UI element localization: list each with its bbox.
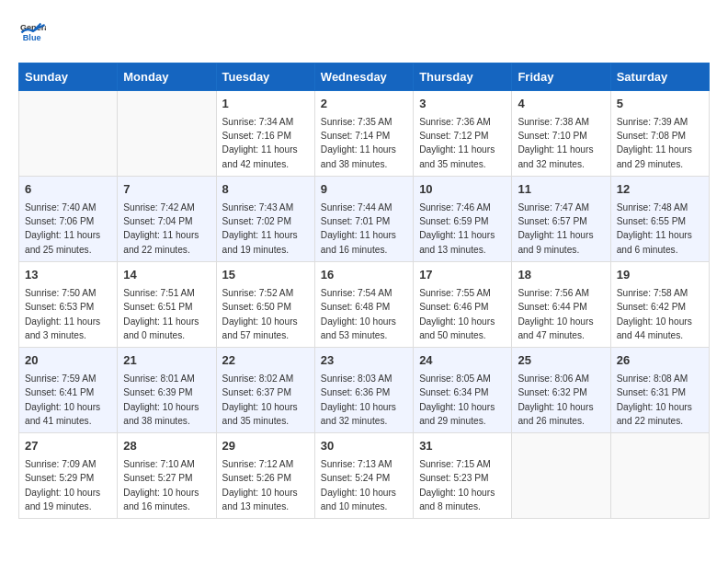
day-info: Sunrise: 7:40 AMSunset: 7:06 PMDaylight:… [25, 201, 111, 257]
calendar-day-cell [610, 433, 709, 519]
calendar-day-cell: 15Sunrise: 7:52 AMSunset: 6:50 PMDayligh… [216, 262, 314, 348]
day-number: 3 [419, 96, 506, 113]
day-of-week-header: Friday [512, 63, 610, 91]
day-number: 11 [518, 181, 604, 199]
day-number: 4 [518, 96, 604, 113]
day-number: 17 [419, 267, 506, 284]
svg-text:Blue: Blue [23, 33, 41, 42]
day-info: Sunrise: 7:56 AMSunset: 6:44 PMDaylight:… [518, 286, 604, 342]
calendar-day-cell: 1Sunrise: 7:34 AMSunset: 7:16 PMDaylight… [216, 91, 314, 177]
calendar-day-cell [19, 91, 118, 177]
day-of-week-header: Tuesday [216, 63, 314, 91]
logo: General Blue [18, 18, 46, 48]
day-info: Sunrise: 7:48 AMSunset: 6:55 PMDaylight:… [617, 201, 703, 257]
page-header: General Blue [18, 18, 710, 48]
day-number: 2 [321, 96, 407, 113]
day-number: 19 [617, 267, 703, 284]
day-info: Sunrise: 7:58 AMSunset: 6:42 PMDaylight:… [617, 286, 703, 342]
day-number: 23 [321, 352, 407, 370]
calendar-day-cell: 2Sunrise: 7:35 AMSunset: 7:14 PMDaylight… [314, 91, 413, 177]
calendar-day-cell: 8Sunrise: 7:43 AMSunset: 7:02 PMDaylight… [216, 177, 314, 262]
day-number: 22 [222, 352, 309, 370]
day-number: 7 [123, 181, 210, 199]
day-number: 30 [321, 438, 407, 455]
calendar-day-cell: 6Sunrise: 7:40 AMSunset: 7:06 PMDaylight… [19, 177, 118, 262]
calendar-day-cell: 21Sunrise: 8:01 AMSunset: 6:39 PMDayligh… [118, 348, 216, 433]
calendar-day-cell: 10Sunrise: 7:46 AMSunset: 6:59 PMDayligh… [414, 177, 512, 262]
day-info: Sunrise: 7:50 AMSunset: 6:53 PMDaylight:… [25, 286, 111, 342]
calendar-day-cell: 12Sunrise: 7:48 AMSunset: 6:55 PMDayligh… [610, 177, 709, 262]
day-info: Sunrise: 7:36 AMSunset: 7:12 PMDaylight:… [419, 115, 506, 171]
day-info: Sunrise: 7:47 AMSunset: 6:57 PMDaylight:… [518, 201, 604, 257]
day-info: Sunrise: 7:35 AMSunset: 7:14 PMDaylight:… [321, 115, 407, 171]
calendar-table: SundayMondayTuesdayWednesdayThursdayFrid… [18, 63, 710, 519]
day-of-week-header: Saturday [610, 63, 709, 91]
day-number: 21 [123, 352, 210, 370]
day-number: 26 [617, 352, 703, 370]
calendar-day-cell: 18Sunrise: 7:56 AMSunset: 6:44 PMDayligh… [512, 262, 610, 348]
calendar-day-cell: 13Sunrise: 7:50 AMSunset: 6:53 PMDayligh… [19, 262, 118, 348]
day-info: Sunrise: 8:01 AMSunset: 6:39 PMDaylight:… [123, 372, 210, 428]
day-info: Sunrise: 7:52 AMSunset: 6:50 PMDaylight:… [222, 286, 309, 342]
day-info: Sunrise: 8:02 AMSunset: 6:37 PMDaylight:… [222, 372, 309, 428]
day-info: Sunrise: 8:08 AMSunset: 6:31 PMDaylight:… [617, 372, 703, 428]
calendar-day-cell: 14Sunrise: 7:51 AMSunset: 6:51 PMDayligh… [118, 262, 216, 348]
day-info: Sunrise: 7:46 AMSunset: 6:59 PMDaylight:… [419, 201, 506, 257]
calendar-day-cell: 24Sunrise: 8:05 AMSunset: 6:34 PMDayligh… [414, 348, 512, 433]
day-number: 14 [123, 267, 210, 284]
calendar-day-cell: 16Sunrise: 7:54 AMSunset: 6:48 PMDayligh… [314, 262, 413, 348]
calendar-day-cell: 25Sunrise: 8:06 AMSunset: 6:32 PMDayligh… [512, 348, 610, 433]
calendar-day-cell: 29Sunrise: 7:12 AMSunset: 5:26 PMDayligh… [216, 433, 314, 519]
day-info: Sunrise: 7:09 AMSunset: 5:29 PMDaylight:… [25, 457, 111, 513]
calendar-day-cell: 7Sunrise: 7:42 AMSunset: 7:04 PMDaylight… [118, 177, 216, 262]
day-number: 28 [123, 438, 210, 455]
calendar-day-cell: 11Sunrise: 7:47 AMSunset: 6:57 PMDayligh… [512, 177, 610, 262]
calendar-day-cell: 20Sunrise: 7:59 AMSunset: 6:41 PMDayligh… [19, 348, 118, 433]
calendar-day-cell: 9Sunrise: 7:44 AMSunset: 7:01 PMDaylight… [314, 177, 413, 262]
calendar-week-row: 13Sunrise: 7:50 AMSunset: 6:53 PMDayligh… [19, 262, 710, 348]
day-number: 31 [419, 438, 506, 455]
day-info: Sunrise: 8:03 AMSunset: 6:36 PMDaylight:… [321, 372, 407, 428]
calendar-day-cell: 26Sunrise: 8:08 AMSunset: 6:31 PMDayligh… [610, 348, 709, 433]
day-info: Sunrise: 7:44 AMSunset: 7:01 PMDaylight:… [321, 201, 407, 257]
day-of-week-header: Thursday [414, 63, 512, 91]
calendar-day-cell: 19Sunrise: 7:58 AMSunset: 6:42 PMDayligh… [610, 262, 709, 348]
calendar-day-cell: 28Sunrise: 7:10 AMSunset: 5:27 PMDayligh… [118, 433, 216, 519]
day-info: Sunrise: 7:12 AMSunset: 5:26 PMDaylight:… [222, 457, 309, 513]
calendar-day-cell: 22Sunrise: 8:02 AMSunset: 6:37 PMDayligh… [216, 348, 314, 433]
day-number: 27 [25, 438, 111, 455]
calendar-day-cell [118, 91, 216, 177]
day-info: Sunrise: 8:06 AMSunset: 6:32 PMDaylight:… [518, 372, 604, 428]
day-info: Sunrise: 7:39 AMSunset: 7:08 PMDaylight:… [617, 115, 703, 171]
calendar-week-row: 6Sunrise: 7:40 AMSunset: 7:06 PMDaylight… [19, 177, 710, 262]
day-number: 6 [25, 181, 111, 199]
day-info: Sunrise: 8:05 AMSunset: 6:34 PMDaylight:… [419, 372, 506, 428]
day-number: 20 [25, 352, 111, 370]
calendar-day-cell: 30Sunrise: 7:13 AMSunset: 5:24 PMDayligh… [314, 433, 413, 519]
day-number: 9 [321, 181, 407, 199]
calendar-header-row: SundayMondayTuesdayWednesdayThursdayFrid… [19, 63, 710, 91]
calendar-day-cell: 5Sunrise: 7:39 AMSunset: 7:08 PMDaylight… [610, 91, 709, 177]
calendar-week-row: 1Sunrise: 7:34 AMSunset: 7:16 PMDaylight… [19, 91, 710, 177]
day-of-week-header: Monday [118, 63, 216, 91]
calendar-day-cell: 17Sunrise: 7:55 AMSunset: 6:46 PMDayligh… [414, 262, 512, 348]
day-number: 25 [518, 352, 604, 370]
day-info: Sunrise: 7:43 AMSunset: 7:02 PMDaylight:… [222, 201, 309, 257]
day-number: 1 [222, 96, 309, 113]
day-info: Sunrise: 7:59 AMSunset: 6:41 PMDaylight:… [25, 372, 111, 428]
day-number: 29 [222, 438, 309, 455]
calendar-day-cell: 23Sunrise: 8:03 AMSunset: 6:36 PMDayligh… [314, 348, 413, 433]
day-number: 8 [222, 181, 309, 199]
logo-graphic: General Blue [18, 18, 46, 48]
day-number: 5 [617, 96, 703, 113]
day-number: 18 [518, 267, 604, 284]
calendar-week-row: 27Sunrise: 7:09 AMSunset: 5:29 PMDayligh… [19, 433, 710, 519]
calendar-day-cell: 4Sunrise: 7:38 AMSunset: 7:10 PMDaylight… [512, 91, 610, 177]
day-number: 12 [617, 181, 703, 199]
calendar-week-row: 20Sunrise: 7:59 AMSunset: 6:41 PMDayligh… [19, 348, 710, 433]
day-of-week-header: Sunday [19, 63, 118, 91]
day-info: Sunrise: 7:34 AMSunset: 7:16 PMDaylight:… [222, 115, 309, 171]
day-number: 24 [419, 352, 506, 370]
day-number: 15 [222, 267, 309, 284]
calendar-day-cell: 27Sunrise: 7:09 AMSunset: 5:29 PMDayligh… [19, 433, 118, 519]
